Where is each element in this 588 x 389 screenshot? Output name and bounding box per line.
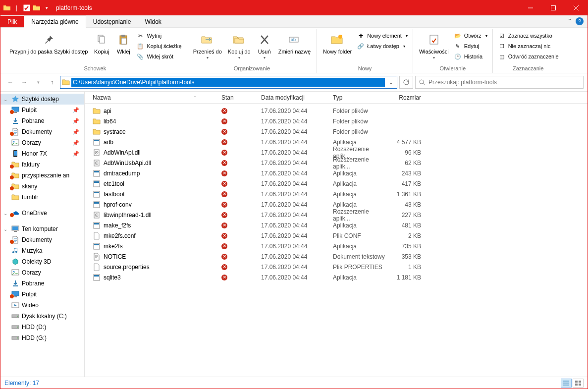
folder-icon[interactable]: [32, 3, 41, 12]
copy-path-button[interactable]: 📋Kopiuj ścieżkę: [134, 41, 183, 51]
select-all-button[interactable]: ☑Zaznacz wszystko: [496, 31, 561, 41]
nav-item[interactable]: Obiekty 3D: [0, 256, 84, 267]
select-none-button[interactable]: ☐Nie zaznaczaj nic: [496, 41, 561, 51]
file-row[interactable]: etc1tool✕17.06.2020 04:44Aplikacja417 KB: [90, 178, 588, 189]
expand-icon[interactable]: ⌄: [3, 97, 9, 102]
collapse-ribbon-icon[interactable]: ˆ: [566, 16, 574, 27]
column-status[interactable]: Stan: [218, 94, 258, 101]
forward-button[interactable]: →: [18, 76, 30, 88]
nav-item[interactable]: HDD (G:): [0, 333, 84, 343]
tab-file[interactable]: Plik: [0, 16, 24, 27]
large-icons-view-button[interactable]: [573, 379, 584, 388]
details-view-button[interactable]: [561, 379, 572, 388]
nav-item[interactable]: skany: [0, 181, 84, 192]
sort-ascending-icon: ˆ: [194, 95, 196, 100]
maximize-button[interactable]: [542, 0, 565, 15]
nav-item[interactable]: Dokumenty📌: [0, 126, 84, 137]
nav-item[interactable]: Pulpit: [0, 289, 84, 300]
copy-button[interactable]: Kopiuj: [91, 31, 112, 56]
nav-item[interactable]: HDD (D:): [0, 322, 84, 333]
file-type: Rozszerzenie aplik...: [330, 156, 389, 170]
paste-shortcut-button[interactable]: 📎Wklej skrót: [134, 52, 183, 61]
nav-item[interactable]: ⌄Ten komputer: [0, 223, 84, 234]
cut-button[interactable]: ✂Wytnij: [134, 31, 183, 41]
expand-icon[interactable]: ⌄: [3, 211, 9, 216]
history-button[interactable]: 🕑Historia: [452, 52, 489, 61]
nav-item[interactable]: przyspieszanie an: [0, 170, 84, 181]
new-item-button[interactable]: ✚Nowy element▾: [355, 31, 410, 41]
recent-locations-button[interactable]: ▾: [32, 76, 44, 88]
nav-item[interactable]: Muzyka: [0, 245, 84, 256]
file-row[interactable]: NOTICE✕17.06.2020 04:44Dokument tekstowy…: [90, 251, 588, 262]
paste-button[interactable]: Wklej: [112, 31, 134, 56]
sync-error-icon: ✕: [221, 181, 227, 187]
file-date: 17.06.2020 04:44: [258, 253, 330, 260]
nav-item[interactable]: tumblr: [0, 192, 84, 203]
new-folder-button[interactable]: Nowy folder: [320, 31, 355, 56]
file-size: 243 KB: [389, 170, 424, 177]
refresh-button[interactable]: [399, 76, 413, 89]
search-box[interactable]: [415, 76, 584, 89]
nav-item[interactable]: Obrazy📌: [0, 137, 84, 148]
help-icon[interactable]: ?: [576, 17, 584, 25]
nav-item[interactable]: ⌄OneDrive: [0, 208, 84, 219]
file-row[interactable]: fastboot✕17.06.2020 04:44Aplikacja1 361 …: [90, 189, 588, 199]
file-row[interactable]: libwinpthread-1.dll✕17.06.2020 04:44Rozs…: [90, 210, 588, 220]
properties-button[interactable]: Właściwości▾: [416, 31, 452, 61]
expand-icon[interactable]: ⌄: [3, 226, 9, 232]
file-row[interactable]: sqlite3✕17.06.2020 04:44Aplikacja1 181 K…: [90, 272, 588, 282]
easy-access-button[interactable]: 🔗Łatwy dostęp▾: [355, 41, 410, 51]
open-icon: 📂: [454, 32, 462, 40]
file-row[interactable]: mke2fs✕17.06.2020 04:44Aplikacja735 KB: [90, 241, 588, 251]
file-row[interactable]: dmtracedump✕17.06.2020 04:44Aplikacja243…: [90, 168, 588, 178]
edit-button[interactable]: ✎Edytuj: [452, 41, 489, 51]
rename-button[interactable]: abZmień nazwę: [275, 31, 314, 56]
open-button[interactable]: 📂Otwórz▾: [452, 31, 489, 41]
file-row[interactable]: lib64✕17.06.2020 04:44Folder plików: [90, 116, 588, 126]
nav-item[interactable]: faktury: [0, 159, 84, 170]
tab-home[interactable]: Narzędzia główne: [24, 15, 86, 28]
column-name[interactable]: Nazwaˆ: [90, 94, 218, 101]
delete-button[interactable]: Usuń▾: [254, 31, 275, 61]
file-row[interactable]: AdbWinUsbApi.dll✕17.06.2020 04:44Rozszer…: [90, 158, 588, 168]
nav-item[interactable]: Wideo: [0, 300, 84, 311]
nav-item[interactable]: Pobrane📌: [0, 115, 84, 126]
nav-item[interactable]: Obrazy: [0, 267, 84, 278]
up-button[interactable]: ↑: [46, 76, 58, 88]
address-bar[interactable]: ⌄: [60, 76, 397, 89]
file-row[interactable]: source.properties✕17.06.2020 04:44Plik P…: [90, 262, 588, 272]
move-to-button[interactable]: Przenieś do▾: [190, 31, 225, 61]
file-row[interactable]: api✕17.06.2020 04:44Folder plików: [90, 106, 588, 116]
pin-to-quick-access-button[interactable]: Przypnij do paska Szybki dostęp: [6, 31, 91, 56]
file-row[interactable]: make_f2fs✕17.06.2020 04:44Aplikacja481 K…: [90, 220, 588, 230]
copy-to-button[interactable]: Kopiuj do▾: [225, 31, 254, 61]
minimize-button[interactable]: [519, 0, 542, 15]
nav-item[interactable]: ⌄Szybki dostęp: [0, 94, 84, 105]
file-list[interactable]: api✕17.06.2020 04:44Folder plikówlib64✕1…: [85, 104, 588, 377]
nav-item[interactable]: Pulpit📌: [0, 105, 84, 115]
column-type[interactable]: Typ: [330, 94, 389, 101]
back-button[interactable]: ←: [4, 76, 16, 88]
navigation-pane[interactable]: ⌄Szybki dostępPulpit📌Pobrane📌Dokumenty📌O…: [0, 92, 85, 377]
checkbox-icon[interactable]: [22, 3, 31, 12]
file-row[interactable]: systrace✕17.06.2020 04:44Folder plików: [90, 126, 588, 137]
nav-item[interactable]: Dysk lokalny (C:): [0, 311, 84, 322]
file-row[interactable]: mke2fs.conf✕17.06.2020 04:44Plik CONF2 K…: [90, 230, 588, 241]
qa-dropdown-icon[interactable]: ▾: [42, 3, 51, 12]
invert-selection-button[interactable]: ◫Odwróć zaznaczenie: [496, 52, 561, 61]
select-none-icon: ☐: [498, 42, 506, 50]
svg-point-31: [17, 337, 18, 338]
nav-item[interactable]: Dokumenty: [0, 234, 84, 245]
tab-view[interactable]: Widok: [138, 16, 168, 27]
nav-item[interactable]: Pobrane: [0, 278, 84, 289]
search-input[interactable]: [428, 79, 580, 86]
tab-share[interactable]: Udostępnianie: [86, 16, 138, 27]
invert-icon: ◫: [498, 53, 506, 60]
column-date[interactable]: Data modyfikacji: [258, 94, 330, 101]
close-button[interactable]: [565, 0, 588, 15]
column-size[interactable]: Rozmiar: [389, 94, 424, 101]
nav-item[interactable]: Honor 7X📌: [0, 148, 84, 159]
folder-icon[interactable]: [2, 3, 11, 12]
address-dropdown-icon[interactable]: ⌄: [385, 79, 397, 86]
address-input[interactable]: [71, 78, 385, 87]
